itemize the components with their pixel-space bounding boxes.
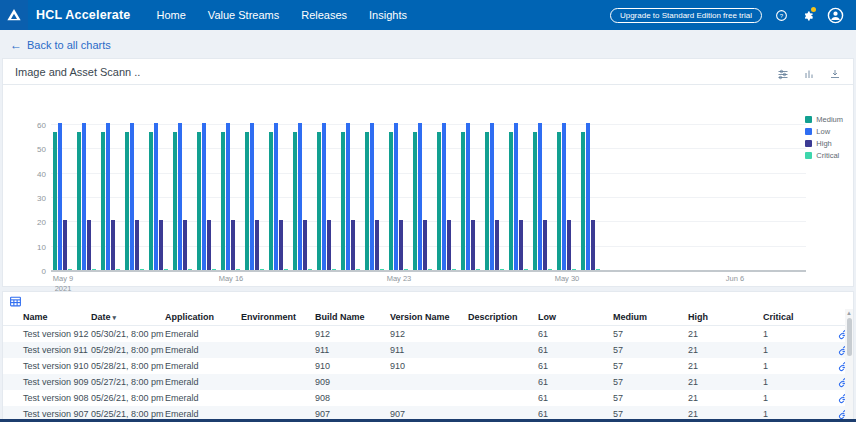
bar-high[interactable] <box>543 220 547 271</box>
bar-medium[interactable] <box>293 132 297 271</box>
bar-medium[interactable] <box>533 132 537 271</box>
bar-high[interactable] <box>591 220 595 271</box>
bar-low[interactable] <box>346 123 350 271</box>
bar-high[interactable] <box>303 220 307 271</box>
table-row[interactable]: Test version 91205/30/21, 8:00 pmEmerald… <box>3 326 853 342</box>
column-header-name[interactable]: Name <box>23 312 91 322</box>
bar-high[interactable] <box>423 220 427 271</box>
bar-medium[interactable] <box>221 132 225 271</box>
bar-high[interactable] <box>567 220 571 271</box>
column-header-description[interactable]: Description <box>468 312 538 322</box>
chart-settings-icon[interactable] <box>777 66 789 78</box>
bar-medium[interactable] <box>365 132 369 271</box>
bar-low[interactable] <box>514 123 518 271</box>
bar-high[interactable] <box>519 220 523 271</box>
bar-medium[interactable] <box>77 132 81 271</box>
bar-low[interactable] <box>154 123 158 271</box>
bar-high[interactable] <box>399 220 403 271</box>
bar-medium[interactable] <box>197 132 201 271</box>
bar-low[interactable] <box>82 123 86 271</box>
bar-medium[interactable] <box>389 132 393 271</box>
nav-item-insights[interactable]: Insights <box>369 9 407 21</box>
bar-low[interactable] <box>394 123 398 271</box>
bar-high[interactable] <box>159 220 163 271</box>
legend-item-low[interactable]: Low <box>805 127 843 136</box>
bar-medium[interactable] <box>413 132 417 271</box>
bar-medium[interactable] <box>461 132 465 271</box>
bar-high[interactable] <box>327 220 331 271</box>
scrollbar-thumb[interactable] <box>847 318 852 356</box>
bar-low[interactable] <box>370 123 374 271</box>
column-header-critical[interactable]: Critical <box>763 312 827 322</box>
column-header-version-name[interactable]: Version Name <box>390 312 468 322</box>
bar-high[interactable] <box>135 220 139 271</box>
bar-low[interactable] <box>442 123 446 271</box>
bar-medium[interactable] <box>149 132 153 271</box>
bar-low[interactable] <box>490 123 494 271</box>
bar-high[interactable] <box>63 220 67 271</box>
column-header-high[interactable]: High <box>688 312 763 322</box>
bar-medium[interactable] <box>53 132 57 271</box>
download-icon[interactable] <box>829 66 841 78</box>
bar-medium[interactable] <box>509 132 513 271</box>
bar-medium[interactable] <box>485 132 489 271</box>
bar-medium[interactable] <box>437 132 441 271</box>
bar-medium[interactable] <box>125 132 129 271</box>
bar-high[interactable] <box>183 220 187 271</box>
column-header-date[interactable]: Date▾ <box>91 312 165 322</box>
back-to-charts-link[interactable]: ← Back to all charts <box>10 39 111 51</box>
bar-low[interactable] <box>130 123 134 271</box>
bar-low[interactable] <box>58 123 62 271</box>
bar-low[interactable] <box>538 123 542 271</box>
bar-medium[interactable] <box>341 132 345 271</box>
nav-item-releases[interactable]: Releases <box>301 9 347 21</box>
user-avatar-icon[interactable] <box>827 7 844 24</box>
hcl-logo[interactable] <box>0 0 28 30</box>
chart-type-icon[interactable] <box>803 66 815 78</box>
column-header-environment[interactable]: Environment <box>241 312 315 322</box>
bar-low[interactable] <box>466 123 470 271</box>
table-row[interactable]: Test version 91105/29/21, 8:00 pmEmerald… <box>3 342 853 358</box>
bar-low[interactable] <box>586 123 590 271</box>
bar-high[interactable] <box>231 220 235 271</box>
bar-low[interactable] <box>274 123 278 271</box>
column-header-application[interactable]: Application <box>165 312 241 322</box>
bar-low[interactable] <box>202 123 206 271</box>
bar-medium[interactable] <box>317 132 321 271</box>
upgrade-button[interactable]: Upgrade to Standard Edition free trial <box>610 8 762 23</box>
bar-medium[interactable] <box>173 132 177 271</box>
bar-high[interactable] <box>351 220 355 271</box>
bar-high[interactable] <box>471 220 475 271</box>
bar-high[interactable] <box>495 220 499 271</box>
bar-low[interactable] <box>178 123 182 271</box>
bar-high[interactable] <box>375 220 379 271</box>
bar-low[interactable] <box>418 123 422 271</box>
bar-medium[interactable] <box>101 132 105 271</box>
bar-high[interactable] <box>87 220 91 271</box>
bar-medium[interactable] <box>269 132 273 271</box>
help-icon[interactable]: ? <box>775 9 788 22</box>
bar-low[interactable] <box>226 123 230 271</box>
legend-item-high[interactable]: High <box>805 139 843 148</box>
table-scrollbar[interactable]: ▲ <box>845 309 853 422</box>
legend-item-critical[interactable]: Critical <box>805 151 843 160</box>
nav-item-value-streams[interactable]: Value Streams <box>208 9 279 21</box>
column-header-build-name[interactable]: Build Name <box>315 312 390 322</box>
legend-item-medium[interactable]: Medium <box>805 115 843 124</box>
bar-high[interactable] <box>279 220 283 271</box>
settings-gear-icon[interactable] <box>801 9 814 22</box>
bar-low[interactable] <box>562 123 566 271</box>
bar-low[interactable] <box>250 123 254 271</box>
column-header-medium[interactable]: Medium <box>613 312 688 322</box>
bar-high[interactable] <box>111 220 115 271</box>
bar-high[interactable] <box>207 220 211 271</box>
scrollbar-up-arrow[interactable]: ▲ <box>846 309 852 317</box>
table-row[interactable]: Test version 91005/28/21, 8:00 pmEmerald… <box>3 358 853 374</box>
bar-low[interactable] <box>106 123 110 271</box>
table-view-icon[interactable] <box>9 294 22 307</box>
bar-high[interactable] <box>447 220 451 271</box>
bar-low[interactable] <box>322 123 326 271</box>
column-header-low[interactable]: Low <box>538 312 613 322</box>
bar-low[interactable] <box>298 123 302 271</box>
table-row[interactable]: Test version 90805/26/21, 8:00 pmEmerald… <box>3 390 853 406</box>
